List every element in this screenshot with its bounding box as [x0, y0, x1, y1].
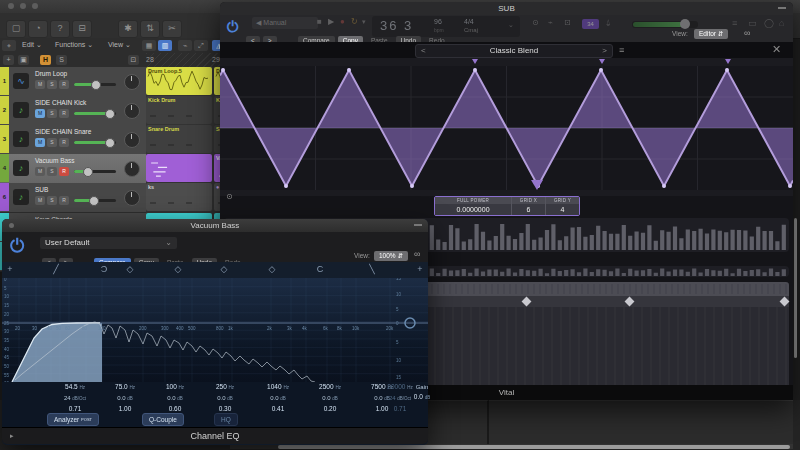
menu-edit[interactable]: Edit ⌄: [22, 41, 42, 49]
gain-value[interactable]: 0.0 dB: [394, 392, 450, 403]
wavetable-param[interactable]: GRID X6: [512, 197, 546, 215]
band-gain[interactable]: 0.0 dB: [197, 393, 253, 404]
highpass-band-icon[interactable]: ╱: [48, 264, 64, 274]
mute-button[interactable]: M: [35, 138, 45, 147]
clock-icon[interactable]: ◔: [28, 20, 48, 38]
region[interactable]: ks: [146, 183, 212, 211]
pencil-icon[interactable]: ⌁: [548, 18, 553, 27]
menu-view[interactable]: View ⌄: [108, 41, 131, 49]
record-button[interactable]: R: [59, 109, 69, 118]
vertical-scrollbar-thumb[interactable]: [794, 218, 798, 358]
pan-knob[interactable]: [124, 161, 140, 177]
volume-knob[interactable]: [83, 167, 93, 177]
scissors-icon[interactable]: ✂: [162, 20, 182, 38]
eq-band-column[interactable]: 2500 Hz0.0 dB0.20: [302, 382, 358, 414]
track-row[interactable]: 2♪SIDE CHAIN KickMSR: [0, 96, 146, 126]
grid-view-icon[interactable]: ▦: [142, 40, 156, 51]
pan-knob[interactable]: [124, 74, 140, 90]
monitor-icon[interactable]: ▢: [6, 20, 26, 38]
bell-band-icon[interactable]: ◇: [216, 264, 232, 274]
solo-button[interactable]: S: [47, 109, 57, 118]
solo-button[interactable]: S: [47, 196, 57, 205]
mute-button[interactable]: M: [35, 80, 45, 89]
region[interactable]: Drum Loop.5: [146, 67, 212, 95]
horizontal-scrollbar-thumb[interactable]: [278, 445, 790, 449]
loop-browser-icon[interactable]: ◯: [764, 18, 774, 28]
view-mode-select[interactable]: Editor ⇵: [694, 29, 728, 39]
cycle-icon[interactable]: ↻: [351, 17, 358, 26]
param-value[interactable]: 6: [512, 204, 545, 215]
volume-knob[interactable]: [105, 109, 115, 119]
close-editor-icon[interactable]: ✕: [772, 43, 781, 56]
volume-knob[interactable]: [105, 138, 115, 148]
volume-slider[interactable]: [74, 112, 116, 115]
keyframe-diamond-icon[interactable]: [521, 297, 531, 307]
editor-settings-icon[interactable]: ⊙: [226, 192, 233, 201]
metronome-icon[interactable]: ⍙: [606, 18, 611, 28]
automation-icon[interactable]: ⌁: [178, 40, 192, 51]
track-zoom-icon[interactable]: ⊡: [128, 55, 139, 65]
next-wavetable-icon[interactable]: >: [602, 46, 607, 55]
mute-button[interactable]: M: [35, 196, 45, 205]
region[interactable]: Snare Drum: [146, 125, 212, 153]
band-gain[interactable]: 0.0 dB: [302, 393, 358, 404]
wavetable-menu-icon[interactable]: ≡: [619, 45, 624, 55]
wavetable-param[interactable]: GRID Y4: [546, 197, 579, 215]
solo-button[interactable]: S: [47, 167, 57, 176]
band-frequency[interactable]: 250 Hz: [197, 382, 253, 393]
view-zoom-select[interactable]: 100% ⇵: [374, 251, 408, 261]
volume-slider[interactable]: [74, 141, 116, 144]
waveform-editor[interactable]: [220, 66, 793, 190]
eq-gain-column[interactable]: Gain0.0 dB: [394, 382, 450, 403]
notes-icon[interactable]: ▭: [748, 18, 757, 28]
track-row[interactable]: 6♪SUBMSR: [0, 183, 146, 213]
band-gain[interactable]: 0.0 dB: [147, 393, 203, 404]
bell-band-icon[interactable]: ◇: [122, 264, 138, 274]
tempo-mode-field[interactable]: ◀ Manual: [252, 17, 318, 29]
band-frequency[interactable]: 75.0 Hz: [97, 382, 153, 393]
region[interactable]: Kick Drum: [146, 96, 212, 124]
keyframe-diamond-icon[interactable]: [625, 297, 635, 307]
eq-band-column[interactable]: 54.5 Hz24 dB/Oct0.71: [47, 382, 103, 414]
media-browser-icon[interactable]: ⌂: [779, 18, 784, 28]
pan-knob[interactable]: [124, 103, 140, 119]
analyzer-toggle[interactable]: Analyzer POST: [47, 413, 99, 426]
tuner-icon[interactable]: ⊙: [532, 18, 539, 27]
volume-knob[interactable]: [89, 196, 99, 206]
eq-band-column[interactable]: 100 Hz0.0 dB0.60: [147, 382, 203, 414]
param-value[interactable]: 4: [546, 204, 579, 215]
master-volume-knob[interactable]: [680, 19, 690, 29]
plugin-power-icon[interactable]: ⏻: [227, 18, 239, 36]
keyframe-pin-icon[interactable]: [472, 59, 478, 64]
band-frequency[interactable]: 100 Hz: [147, 382, 203, 393]
param-value[interactable]: 0.0000000: [435, 204, 511, 215]
record-button[interactable]: R: [59, 167, 69, 176]
solo-button[interactable]: S: [47, 138, 57, 147]
keyframe-pin-icon[interactable]: [725, 59, 731, 64]
record-icon[interactable]: ●: [340, 17, 345, 26]
bell-band-icon[interactable]: ◇: [264, 264, 280, 274]
keyframe-pin-icon[interactable]: [599, 59, 605, 64]
track-row[interactable]: 3♪SIDE CHAIN SnareMSR: [0, 125, 146, 155]
solo-button[interactable]: S: [47, 80, 57, 89]
link-icon[interactable]: ∞: [414, 249, 420, 259]
transport-menu-chevron-icon[interactable]: ▾: [362, 18, 366, 26]
list-editors-icon[interactable]: ≡: [732, 18, 737, 28]
count-in-icon[interactable]: ⊡: [564, 18, 571, 27]
pan-knob[interactable]: [124, 132, 140, 148]
wavetable-name-pill[interactable]: < Classic Blend >: [415, 44, 613, 58]
editors-icon[interactable]: ▥: [158, 40, 172, 51]
solo-tracks-button[interactable]: S: [56, 55, 67, 65]
band-frequency[interactable]: 2500 Hz: [302, 382, 358, 393]
mixer-icon[interactable]: ⇅: [140, 20, 160, 38]
duplicate-track-button[interactable]: ▣: [18, 55, 29, 65]
inspector-icon[interactable]: ⊟: [72, 20, 92, 38]
flex-icon[interactable]: ⤢: [194, 40, 208, 51]
eq-band-column[interactable]: 1040 Hz0.0 dB0.41: [250, 382, 306, 414]
band-frequency[interactable]: 1040 Hz: [250, 382, 306, 393]
track-row[interactable]: 1∿Drum LoopMSR: [0, 67, 146, 97]
help-icon[interactable]: ?: [50, 20, 70, 38]
eq-band-column[interactable]: 250 Hz0.0 dB0.30: [197, 382, 253, 414]
plugin-power-icon[interactable]: ⏻: [10, 236, 24, 257]
hide-tracks-button[interactable]: H: [40, 55, 51, 65]
